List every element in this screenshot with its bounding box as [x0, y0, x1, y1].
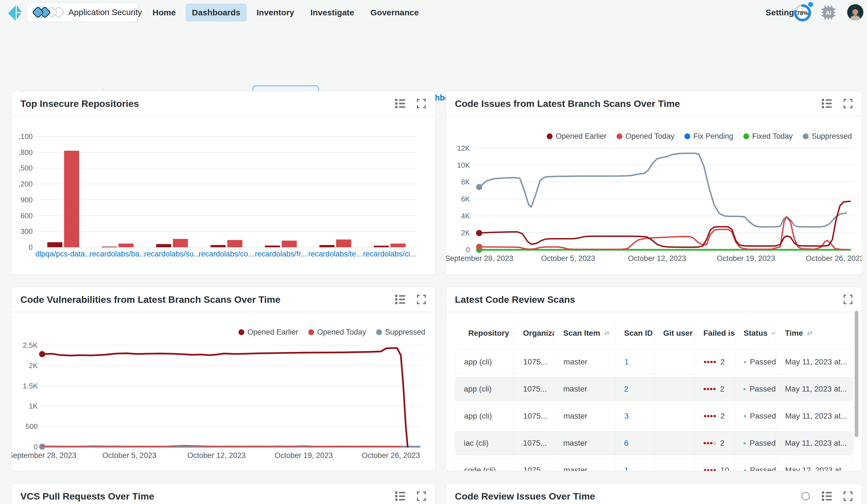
- table-row[interactable]: iac (cli)1075...master62PassedMay 11, 20…: [455, 431, 854, 456]
- failed-issues-count: 2: [720, 358, 725, 366]
- bar-red[interactable]: [282, 241, 297, 247]
- y-tick-label: 600: [21, 211, 33, 220]
- cell-repository: app (cli): [464, 404, 514, 428]
- scan-id-link[interactable]: 1: [624, 466, 629, 471]
- panel-latest-code-review-scans: Latest Code Review Scans RepositoryOrgan…: [446, 287, 862, 471]
- column-header-scan_id[interactable]: Scan ID: [615, 324, 654, 342]
- expand-icon[interactable]: [843, 491, 853, 501]
- scan-id-link[interactable]: 1: [624, 358, 629, 366]
- repository-link[interactable]: dlpqa/pcs-data...: [35, 250, 91, 258]
- expand-icon[interactable]: [416, 294, 426, 305]
- cell-scan_id: 1: [616, 350, 654, 374]
- view-data-list-icon[interactable]: [822, 491, 832, 501]
- x-tick-label: October 12, 2023: [188, 451, 246, 460]
- panel-code-review-issues: Code Review Issues Over Time: [446, 483, 862, 504]
- expand-icon[interactable]: [416, 99, 426, 109]
- view-data-list-icon[interactable]: [822, 99, 832, 109]
- table-row[interactable]: code (cli)1075...master110PassedMay 12, …: [455, 458, 854, 471]
- bar-dark-red[interactable]: [374, 245, 389, 247]
- bar-dark-red[interactable]: [47, 242, 62, 247]
- sort-icon[interactable]: [771, 330, 776, 337]
- y-tick-label: 2.5K: [23, 341, 38, 349]
- nav-item-home[interactable]: Home: [146, 4, 182, 22]
- column-header-scan_item[interactable]: Scan Item: [554, 324, 615, 342]
- credits-progress-ring[interactable]: 78%: [792, 1, 814, 23]
- table-scrollbar[interactable]: [855, 311, 858, 437]
- table-row[interactable]: app (cli)1075...master32PassedMay 11, 20…: [455, 404, 854, 428]
- expand-icon[interactable]: [843, 99, 853, 109]
- bar-red[interactable]: [390, 244, 406, 247]
- table-row[interactable]: app (cli)1075...master22PassedMay 11, 20…: [455, 377, 854, 401]
- application-security-logo-icon: [32, 5, 65, 19]
- repository-link[interactable]: recardolabs/ba...: [90, 250, 146, 258]
- cell-time: May 11, 2023 at...: [776, 404, 847, 428]
- nav-item-dashboards[interactable]: Dashboards: [186, 4, 246, 22]
- repository-link[interactable]: recardolabs/su...: [144, 250, 200, 258]
- view-data-list-icon[interactable]: [395, 294, 405, 305]
- y-tick-label: 1K: [29, 402, 38, 410]
- panel-code-issues-over-time: Code Issues from Latest Branch Scans Ove…: [446, 91, 862, 275]
- sort-icon[interactable]: [603, 330, 610, 337]
- bar-red[interactable]: [336, 239, 351, 247]
- column-header-label: Repository: [468, 329, 509, 338]
- product-switcher-label: Application Security: [68, 8, 142, 17]
- panel-title: Code Review Issues Over Time: [455, 491, 595, 502]
- repository-link[interactable]: recardolabs/co...: [199, 250, 254, 258]
- y-tick-label: 2K: [461, 229, 470, 237]
- column-header-repository[interactable]: Repository: [464, 324, 514, 342]
- line-chart-code-issues: 02K4K6K8K10K12KSeptember 28, 2023October…: [446, 117, 862, 275]
- column-header-label: Organizat: [523, 329, 554, 338]
- passed-check-icon: [744, 357, 746, 367]
- column-header-failed_issues: Failed issu: [694, 324, 735, 342]
- bar-dark-red[interactable]: [156, 244, 171, 247]
- column-header-time[interactable]: Time: [776, 324, 850, 342]
- expand-icon[interactable]: [416, 491, 426, 501]
- column-header-organization: Organizat: [514, 324, 554, 342]
- nav-item-governance[interactable]: Governance: [364, 4, 425, 22]
- cell-failed_issues: 2: [694, 377, 735, 401]
- cell-scan_id: 6: [615, 431, 654, 456]
- bar-dark-red[interactable]: [101, 247, 117, 247]
- view-data-list-icon[interactable]: [395, 491, 405, 501]
- bar-dark-red[interactable]: [211, 245, 226, 247]
- panel-top-insecure-repositories: Top Insecure Repositories ,100,800,500,2…: [11, 91, 436, 275]
- prisma-cloud-logo-icon[interactable]: [6, 3, 23, 22]
- table-row[interactable]: app (cli)1075...master12PassedMay 11, 20…: [455, 350, 854, 374]
- bar-dark-red[interactable]: [265, 245, 280, 247]
- user-avatar[interactable]: [847, 4, 863, 20]
- cell-status: Passed: [735, 350, 776, 374]
- sort-icon[interactable]: [806, 330, 813, 337]
- expand-icon[interactable]: [843, 294, 853, 305]
- severity-dots-icon: [704, 414, 717, 418]
- y-tick-label: 0: [34, 442, 38, 451]
- panel-title: Code Vulnerabilities from Latest Branch …: [20, 294, 281, 305]
- view-data-list-icon[interactable]: [395, 99, 405, 109]
- column-header-status[interactable]: Status: [735, 324, 776, 342]
- nav-item-investigate[interactable]: Investigate: [304, 4, 361, 22]
- cell-failed_issues: 2: [695, 350, 735, 374]
- repository-link[interactable]: recardolabs/fr...: [255, 250, 307, 258]
- x-tick-label: September 28, 2023: [11, 451, 76, 460]
- scan-id-link[interactable]: 2: [624, 385, 629, 394]
- sort-icon[interactable]: [512, 330, 514, 337]
- ai-copilot-icon[interactable]: AI: [822, 6, 835, 20]
- column-header-git_user[interactable]: Git user: [654, 324, 694, 342]
- scan-id-link[interactable]: 3: [624, 412, 629, 420]
- cell-organization: 1075...: [514, 377, 554, 401]
- x-tick-label: October 26, 2023: [362, 451, 420, 460]
- bar-red[interactable]: [227, 240, 242, 247]
- bar-red[interactable]: [64, 151, 79, 247]
- ai-chip-label: AI: [826, 10, 831, 16]
- y-tick-label: 2K: [29, 361, 38, 370]
- product-switcher[interactable]: Application Security: [26, 2, 138, 22]
- loading-circle-icon: [801, 491, 811, 501]
- y-tick-label: 0: [466, 245, 470, 254]
- bar-red[interactable]: [173, 239, 188, 247]
- nav-item-inventory[interactable]: Inventory: [250, 4, 300, 22]
- repository-link[interactable]: recardolabs/ci...: [363, 250, 416, 258]
- scan-id-link[interactable]: 6: [624, 439, 629, 448]
- bar-red[interactable]: [118, 244, 133, 247]
- bar-dark-red[interactable]: [319, 245, 334, 247]
- top-bar: Application Security Home Dashboards Inv…: [0, 0, 867, 25]
- repository-link[interactable]: recardolabs/te...: [308, 250, 362, 258]
